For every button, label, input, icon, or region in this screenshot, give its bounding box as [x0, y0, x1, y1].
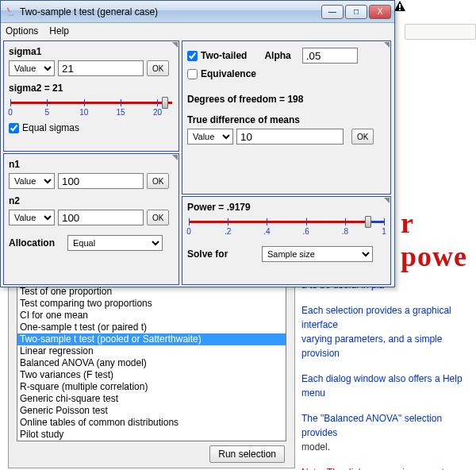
maximize-button[interactable]: □: [345, 5, 367, 19]
list-item[interactable]: Balanced ANOVA (any model): [17, 357, 286, 369]
java-icon: [4, 6, 17, 18]
dof-label: Degrees of freedom = 198: [187, 94, 303, 105]
resize-handle[interactable]: [171, 41, 178, 49]
list-item[interactable]: Linear regression: [17, 345, 286, 357]
solve-for-label: Solve for: [187, 248, 259, 260]
page-body-text: d to be useful in pla Each selection pro…: [301, 278, 476, 470]
equivalence-label: Equivalence: [201, 68, 256, 79]
page-heading-fragment: r powe: [401, 206, 476, 273]
n1-mode-combo[interactable]: Value: [9, 173, 55, 189]
allocation-label: Allocation: [9, 237, 64, 248]
list-item[interactable]: Pilot study: [17, 429, 286, 441]
n1-label: n1: [9, 159, 20, 170]
n2-label: n2: [9, 195, 20, 206]
list-item[interactable]: Test comparing two proportions: [17, 298, 286, 310]
list-item[interactable]: Generic Poisson test: [17, 405, 286, 417]
list-item[interactable]: Two-sample t test (pooled or Satterthwai…: [17, 333, 286, 345]
alpha-input[interactable]: [302, 48, 358, 64]
window-title: Two-sample t test (general case): [20, 6, 321, 17]
svg-rect-1: [399, 4, 401, 8]
n2-input[interactable]: [58, 210, 144, 225]
list-item[interactable]: Generic chi-square test: [17, 393, 286, 405]
resize-handle[interactable]: [382, 197, 390, 205]
list-item[interactable]: Online tables of common distributions: [17, 417, 286, 429]
two-tailed-label: Two-tailed: [201, 50, 247, 61]
truediff-input[interactable]: [236, 129, 344, 144]
list-item[interactable]: Two variances (F test): [17, 369, 286, 381]
titlebar[interactable]: Two-sample t test (general case) — □ X: [1, 1, 394, 23]
truediff-ok-button[interactable]: OK: [351, 129, 374, 144]
selection-list[interactable]: Test of one proportionTest comparing two…: [17, 287, 286, 441]
sample-size-panel: n1 Value OK n2 Value OK Allocation Equal: [3, 153, 179, 285]
sigma1-label: sigma1: [9, 46, 41, 57]
equal-sigmas-checkbox[interactable]: [9, 123, 19, 133]
sigma2-label: sigma2 = 21: [9, 83, 63, 94]
menu-options[interactable]: Options: [6, 25, 38, 37]
list-item[interactable]: R-square (multiple correlation): [17, 381, 286, 393]
two-tailed-checkbox[interactable]: [187, 51, 198, 61]
sigma-panel: sigma1 Value OK sigma2 = 21 05101520 Equ…: [3, 40, 179, 152]
n2-ok-button[interactable]: OK: [147, 210, 169, 225]
truediff-mode-combo[interactable]: Value: [187, 129, 233, 144]
minimize-button[interactable]: —: [321, 5, 344, 19]
list-item[interactable]: One-sample t test (or paired t): [17, 322, 286, 333]
menu-help[interactable]: Help: [49, 25, 69, 37]
warning-icon: [393, 0, 406, 13]
list-item[interactable]: Test of one proportion: [17, 287, 286, 298]
bg-toolbar: [405, 24, 476, 40]
sigma1-ok-button[interactable]: OK: [147, 60, 169, 76]
solve-for-combo[interactable]: Sample size: [262, 246, 373, 262]
ttest-dialog: Two-sample t test (general case) — □ X O…: [0, 0, 395, 287]
power-panel: Power = .9179 0.2.4.6.81 Solve for Sampl…: [182, 196, 391, 285]
sigma2-slider[interactable]: 05101520: [10, 97, 172, 119]
power-slider[interactable]: 0.2.4.6.81: [189, 216, 384, 238]
list-item[interactable]: CI for one mean: [17, 310, 286, 322]
run-selection-button[interactable]: Run selection: [209, 445, 285, 463]
n1-ok-button[interactable]: OK: [147, 173, 169, 189]
options-panel: Two-tailed Alpha Equivalence Degrees of …: [182, 40, 391, 195]
allocation-combo[interactable]: Equal: [67, 235, 163, 251]
truediff-label: True difference of means: [187, 114, 300, 125]
menubar: Options Help: [1, 23, 394, 39]
sigma1-mode-combo[interactable]: Value: [9, 60, 55, 76]
resize-handle[interactable]: [382, 41, 390, 49]
close-button[interactable]: X: [369, 5, 391, 19]
svg-rect-2: [399, 9, 401, 10]
sigma1-input[interactable]: [58, 60, 144, 76]
power-label: Power = .9179: [187, 202, 251, 213]
equivalence-checkbox[interactable]: [187, 69, 198, 79]
n2-mode-combo[interactable]: Value: [9, 210, 55, 225]
alpha-label: Alpha: [264, 50, 290, 61]
n1-input[interactable]: [58, 173, 144, 189]
selection-list-window: Test of one proportionTest comparing two…: [8, 286, 295, 468]
equal-sigmas-label: Equal sigmas: [22, 122, 79, 133]
resize-handle[interactable]: [171, 154, 178, 162]
